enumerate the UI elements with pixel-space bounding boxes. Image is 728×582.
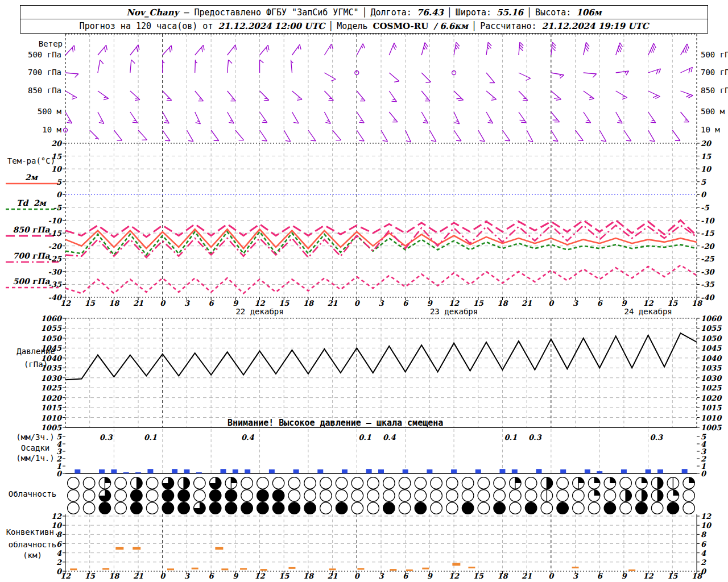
temp-tick-left: -35 (48, 280, 62, 289)
temp-tick-left: 10 (51, 165, 61, 173)
pressure-tick-right: 1010 (701, 413, 721, 422)
temp-tick-left: -15 (48, 229, 62, 238)
conv-tick-right: 4 (701, 548, 706, 557)
precip-amount-label: 0.1 (504, 433, 517, 442)
temp-legend-label-2m: 2м (25, 173, 38, 182)
hour-label-bottom: 9 (427, 572, 432, 580)
wind-level-label-right: 700 гПа (701, 68, 728, 77)
conv-tick-right: 6 (701, 539, 706, 548)
hour-label-bottom: 3 (378, 572, 383, 580)
hour-label-bottom: 15 (85, 572, 95, 580)
temp-tick-left: 0 (56, 190, 61, 199)
precip-bars (75, 469, 687, 473)
hour-label-bottom: 6 (209, 572, 214, 580)
conv-panel-units: (км) (23, 551, 42, 560)
hour-label-mid: 6 (209, 299, 214, 307)
hour-label-mid: 18 (303, 299, 313, 307)
hour-label-bottom: 12 (449, 572, 459, 580)
conv-panel-title-2: облачность (9, 540, 56, 549)
hour-label-mid: 9 (427, 299, 432, 307)
temp-tick-right: 20 (701, 139, 711, 148)
temp-tick-left: 20 (51, 139, 61, 148)
temp-tick-left: 5 (56, 177, 61, 186)
hour-label-bottom: 0 (354, 572, 359, 580)
wind-panel-title: Ветер (39, 39, 63, 48)
hour-label-bottom: 18 (497, 572, 507, 580)
temp-tick-left: -10 (48, 216, 62, 225)
conv-tick-left: 6 (56, 539, 61, 548)
pressure-tick-left: 1060 (41, 314, 61, 323)
pressure-tick-right: 1040 (701, 354, 721, 362)
date-label: 22 декабря (235, 307, 283, 316)
pressure-tick-left: 1015 (41, 404, 61, 412)
hour-label-mid: 15 (279, 299, 289, 307)
hour-label-mid: 21 (133, 299, 143, 307)
hour-label-bottom: 15 (279, 572, 289, 580)
pressure-tick-left: 1045 (41, 344, 61, 352)
cloud-symbols (68, 477, 695, 514)
precip-panel-title: Осадки (21, 443, 50, 452)
conv-tick-left: 4 (56, 548, 61, 557)
pressure-tick-right: 1030 (701, 373, 721, 382)
conv-tick-left: 8 (56, 530, 61, 539)
hour-label-bottom: 3 (184, 572, 189, 580)
pressure-tick-left: 1005 (41, 423, 61, 432)
hour-label-mid: 18 (692, 299, 702, 307)
precip-tick-left: 0 (56, 469, 61, 478)
date-label: 23 декабря (430, 307, 478, 316)
hour-label-mid: 3 (573, 299, 578, 307)
precip-amount-label: 0.3 (528, 433, 541, 442)
pressure-tick-left: 1025 (41, 384, 61, 392)
hour-label-mid: 6 (597, 299, 602, 307)
pressure-tick-left: 1030 (41, 373, 61, 382)
wind-level-label-right: 850 гПа (701, 86, 728, 95)
wind-level-label-left: 700 гПа (28, 68, 61, 77)
precip-amount-label: 0.3 (650, 433, 663, 442)
pressure-tick-right: 1005 (701, 423, 721, 432)
conv-tick-right: 10 (701, 521, 711, 530)
high-pressure-warning: Внимание! Высокое давление — шкала смеще… (228, 418, 443, 428)
temp-tick-right: 0 (701, 190, 706, 199)
hour-label-bottom: 21 (133, 572, 143, 580)
conv-tick-right: 2 (701, 558, 706, 566)
conv-tick-left: 12 (51, 512, 61, 521)
wind-level-label-right: 10 м (701, 125, 720, 134)
temp-tick-left: -20 (48, 242, 62, 250)
precip-units-3h: (мм/3ч.) (16, 433, 54, 442)
temp-tick-left: -40 (48, 293, 62, 302)
pressure-tick-left: 1010 (41, 413, 61, 422)
wind-barbs (64, 42, 693, 142)
temp-tick-right: -35 (701, 280, 714, 289)
pressure-tick-left: 1035 (41, 364, 61, 372)
precip-amount-label: 0.1 (358, 433, 371, 442)
pressure-tick-right: 1025 (701, 384, 721, 392)
temp-tick-left: -5 (53, 203, 61, 211)
wind-level-label-left: 500 м (38, 107, 61, 116)
pressure-tick-right: 1050 (701, 334, 721, 342)
hour-label-mid: 15 (473, 299, 483, 307)
temp-tick-right: 5 (701, 177, 706, 186)
precip-amount-label: 0.3 (100, 433, 113, 442)
conv-tick-left: 10 (51, 521, 61, 530)
hour-label-bottom: 12 (254, 572, 264, 580)
hour-label-mid: 15 (667, 299, 677, 307)
temp-tick-right: -5 (701, 203, 709, 211)
hour-label-mid: 21 (522, 299, 532, 307)
meteogram-page: Nov_Chany — Предоставлено ФГБУ "ЗапСиб У… (0, 0, 728, 582)
hour-label-mid: 3 (184, 299, 189, 307)
precip-amount-label: 0.4 (241, 433, 254, 442)
temp-tick-right: -30 (701, 267, 714, 276)
hour-label-mid: 0 (354, 299, 359, 307)
temp-tick-right: -15 (701, 229, 714, 238)
hour-label-mid: 12 (60, 299, 71, 307)
wind-level-label-left: 10 м (42, 125, 61, 134)
hour-label-bottom: 0 (548, 572, 553, 580)
pressure-tick-right: 1045 (701, 344, 721, 352)
temp-tick-left: 15 (51, 152, 61, 160)
temp-legend-label-td: Td 2м (16, 198, 46, 207)
hour-label-mid: 12 (643, 299, 653, 307)
hour-label-mid: 9 (233, 299, 238, 307)
pressure-tick-right: 1015 (701, 404, 721, 412)
hour-label-bottom: 9 (621, 572, 626, 580)
temp-tick-left: -25 (48, 255, 62, 263)
